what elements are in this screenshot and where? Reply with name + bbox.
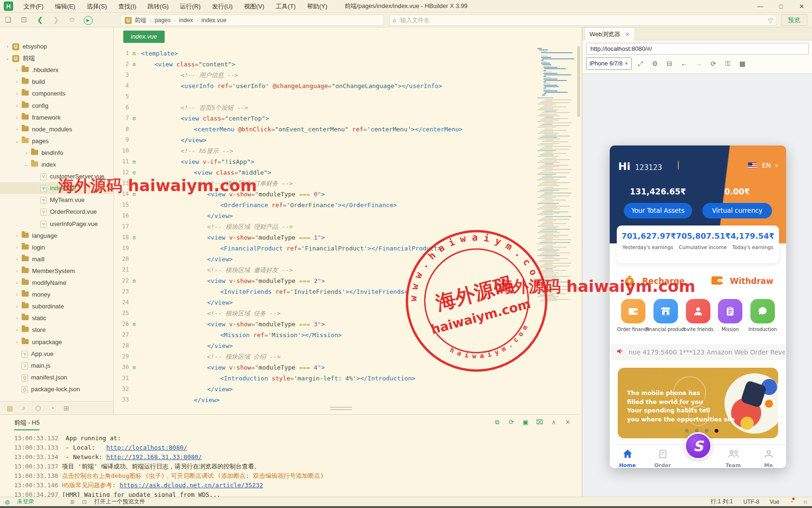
fold-marker-icon[interactable]: ⊟	[133, 362, 138, 373]
menu-item[interactable]: 跳转(G)	[142, 3, 175, 10]
line-number[interactable]: 8	[114, 124, 129, 135]
float-console-icon[interactable]: ⧉	[490, 419, 504, 426]
promo-banner[interactable]: The mobile phone hasfilled the world for…	[618, 368, 778, 438]
fold-marker-icon[interactable]: ⊟	[133, 232, 138, 243]
code-line[interactable]: 32</view>	[114, 384, 537, 395]
tree-arrow-icon[interactable]: ›	[14, 67, 20, 73]
tree-arrow-icon[interactable]: ›	[14, 245, 20, 250]
tree-item-config[interactable]: ›config	[0, 100, 114, 112]
line-number[interactable]: 4	[114, 81, 129, 91]
code-line[interactable]: 21<!-- 模块区域 邀请好友 -->	[114, 265, 537, 275]
menu-item[interactable]: 查找(I)	[112, 3, 142, 10]
new-file-icon[interactable]: ❏	[0, 16, 16, 24]
code-line[interactable]: 3<!-- 用户信息 -->	[114, 70, 537, 81]
code-line[interactable]: 11⊟<view v-if="!isApp">	[114, 156, 537, 167]
line-number[interactable]: 16	[114, 210, 129, 221]
code-line[interactable]: 29<!-- 模块区域 介绍 -->	[114, 351, 537, 362]
breadcrumb-part[interactable]: index	[179, 17, 193, 24]
line-number[interactable]: 21	[114, 265, 129, 275]
code-line[interactable]: 13<!-- 模块区域 订单财务 -->	[114, 178, 537, 189]
code-line[interactable]: 25<!-- 模块区域 任务 -->	[114, 308, 537, 319]
total-assets-tab[interactable]: Your Total Assets	[624, 203, 692, 218]
clear-icon[interactable]: ⌧	[533, 419, 547, 426]
nav-item-team[interactable]: Team	[716, 445, 751, 468]
menu-item[interactable]: 帮助(Y)	[301, 3, 333, 10]
breadcrumb-part[interactable]: pages	[155, 17, 171, 24]
code-line[interactable]: 31<Introduction style='margin-left: 4%'>…	[114, 373, 537, 384]
find-in-files-icon[interactable]: ⌕	[17, 404, 31, 412]
qrcode-icon[interactable]: ▦	[736, 60, 748, 68]
editor-tab-indexvue[interactable]: index.vue	[123, 31, 165, 43]
line-number[interactable]: 14	[114, 189, 129, 200]
line-number[interactable]: 12	[114, 167, 129, 178]
code-line[interactable]: 1⊟<template>	[114, 48, 537, 59]
banner-pagination[interactable]	[685, 429, 724, 433]
nav-item-home[interactable]: Home	[610, 445, 645, 468]
fold-marker-icon[interactable]: ⊟	[133, 189, 138, 200]
tree-arrow-icon[interactable]: ›	[14, 327, 20, 332]
code-line[interactable]: 12⊟<view class="middle">	[114, 167, 537, 178]
line-number[interactable]: 26	[114, 319, 129, 330]
fold-marker-icon[interactable]: ⊟	[133, 113, 138, 124]
tree-item-bindInfo[interactable]: ›bindInfo	[0, 147, 114, 159]
tree-arrow-icon[interactable]: ›	[14, 339, 20, 345]
line-number[interactable]: 15	[114, 200, 129, 210]
menu-item[interactable]: 运行(R)	[174, 3, 206, 10]
pagination-dot[interactable]	[685, 429, 689, 433]
login-status[interactable]: 未登录	[17, 498, 34, 506]
app-shortcut-chat[interactable]: Introduction	[749, 299, 776, 339]
maximize-button[interactable]: □	[771, 0, 791, 12]
nav-back-icon[interactable]: ←	[678, 60, 690, 68]
code-line[interactable]: 33</view>	[114, 395, 537, 403]
tree-item-store[interactable]: ›store	[0, 324, 114, 336]
close-button[interactable]: ✕	[791, 0, 812, 12]
line-number[interactable]: 1	[114, 48, 129, 59]
line-number[interactable]: 10	[114, 145, 129, 156]
login-status-icon[interactable]: ◍	[5, 499, 9, 505]
run-icon[interactable]: ▶	[80, 15, 96, 25]
tree-item-pages[interactable]: ⌄pages	[0, 135, 114, 147]
tree-item-etsyshop[interactable]: ›Uetsyshop	[0, 40, 114, 52]
code-line[interactable]: 17<!-- 模块区域 理财产品 -->	[114, 221, 537, 232]
favorite-star-icon[interactable]: ☆	[64, 16, 80, 24]
tree-arrow-icon[interactable]: ›	[24, 150, 29, 155]
code-line[interactable]: 7⊟<view class="centerTop">	[114, 113, 537, 124]
restart-icon[interactable]: ⟳	[504, 419, 518, 426]
app-shortcut-wallet[interactable]: Order finance	[620, 299, 646, 339]
tree-arrow-icon[interactable]: ›	[14, 127, 20, 132]
notification-bell-icon[interactable]: ⍾	[804, 499, 807, 505]
fold-marker-icon[interactable]: ⊟	[133, 275, 138, 286]
terminal-icon[interactable]: ⊡	[82, 499, 87, 505]
tree-arrow-icon[interactable]: ›	[14, 91, 20, 96]
tree-arrow-icon[interactable]: ›	[14, 304, 20, 309]
line-number[interactable]: 31	[114, 373, 129, 384]
tree-arrow-icon[interactable]: ›	[14, 257, 20, 262]
preview-button[interactable]: 预览	[781, 14, 807, 26]
line-number[interactable]: 22	[114, 275, 129, 286]
code-editor[interactable]: index.vue 1⊟<template>2⊟<view class="con…	[114, 27, 581, 414]
tree-item-MemberSystem[interactable]: ›MemberSystem	[0, 265, 114, 277]
code-line[interactable]: 26⊟<view v-show="moduleType === 3">	[114, 319, 537, 330]
log-link[interactable]: http://localhost:8080/	[106, 444, 187, 451]
nav-item-me[interactable]: Me	[751, 445, 786, 468]
line-number[interactable]: 20	[114, 254, 129, 265]
code-line[interactable]: 28</view>	[114, 340, 537, 351]
tree-item-components[interactable]: ›components	[0, 88, 114, 99]
line-number[interactable]: 27	[114, 330, 129, 340]
refresh-icon[interactable]: ⟳	[707, 60, 719, 68]
nav-item-order[interactable]: Order	[645, 445, 680, 468]
line-number[interactable]: 5	[114, 91, 129, 102]
menu-item[interactable]: 编辑(E)	[49, 3, 81, 10]
tree-item-unpackage[interactable]: ›unpackage	[0, 336, 114, 348]
fold-marker-icon[interactable]: ⊟	[133, 48, 138, 59]
app-shortcut-person[interactable]: Invite friends	[685, 299, 711, 339]
line-number[interactable]: 7	[114, 113, 129, 124]
menu-item[interactable]: 视图(V)	[238, 3, 270, 10]
tree-item-manifestjson[interactable]: {}manifest.json	[0, 371, 114, 383]
tree-arrow-icon[interactable]: ›	[5, 44, 10, 49]
line-number[interactable]: 19	[114, 243, 129, 254]
encoding[interactable]: UTF-8	[743, 499, 759, 505]
tree-item-Appvue[interactable]: VApp.vue	[0, 348, 114, 360]
notice-marquee[interactable]: nue 4179.5400 1***123 Amazon Web Order R…	[611, 344, 785, 360]
pagination-dot[interactable]	[715, 429, 718, 433]
